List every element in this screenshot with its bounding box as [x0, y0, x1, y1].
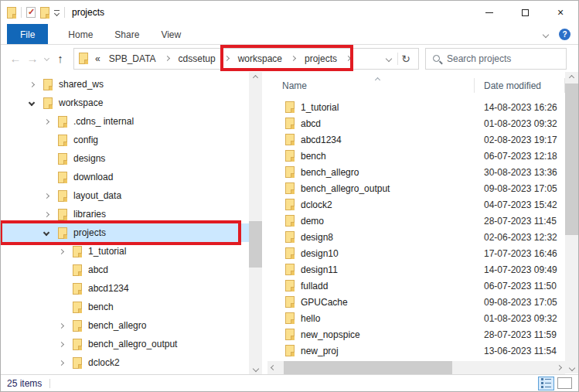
tree-item-projects[interactable]: projects — [1, 223, 249, 242]
horizontal-scrollbar[interactable] — [267, 361, 565, 374]
file-name: abcd1234 — [301, 135, 342, 145]
scroll-right-icon[interactable] — [553, 366, 565, 370]
help-icon[interactable]: ? — [559, 29, 570, 40]
scroll-left-icon[interactable] — [267, 366, 279, 370]
close-button[interactable]: × — [543, 1, 578, 24]
chevron-down-icon[interactable] — [29, 100, 35, 106]
list-scrollbar-thumb[interactable] — [565, 84, 578, 235]
column-separator[interactable] — [474, 78, 475, 93]
breadcrumb-overflow[interactable]: « — [94, 53, 102, 64]
tree-item-label: bench — [88, 302, 114, 312]
tree-item-designs[interactable]: designs — [1, 149, 249, 168]
tree-item-config[interactable]: config — [1, 131, 249, 149]
folder-icon — [43, 97, 53, 109]
customize-qat-dropdown[interactable] — [54, 10, 60, 15]
list-item-abcd1234[interactable]: abcd123402-08-2023 19:17 — [267, 131, 565, 148]
breadcrumb-cdssetup[interactable]: cdssetup — [177, 53, 217, 64]
column-header-name[interactable]: Name — [267, 80, 474, 91]
tree-scrollbar-track[interactable] — [249, 84, 262, 363]
tree-item-layout-data[interactable]: layout_data — [1, 186, 249, 205]
list-item-bench[interactable]: bench06-07-2023 12:18 — [267, 148, 565, 164]
maximize-button[interactable] — [507, 1, 543, 24]
tree-item-shared-ws[interactable]: shared_ws — [1, 75, 249, 94]
breadcrumb-workspace[interactable]: workspace — [237, 53, 284, 64]
address-dropdown-icon[interactable] — [386, 55, 392, 61]
tree-item-cdns-internal[interactable]: .cdns_ internal — [1, 112, 249, 131]
chevron-right-icon[interactable] — [58, 322, 63, 328]
list-scrollbar[interactable] — [565, 72, 578, 373]
address-bar[interactable]: « SPB_DATA cdssetup workspace projects ↻ — [73, 48, 419, 70]
list-item-bench-allegro-output[interactable]: bench_allegro_output09-08-2023 17:05 — [267, 180, 565, 196]
up-icon[interactable]: ↑ — [52, 52, 69, 65]
tab-share[interactable]: Share — [104, 24, 150, 44]
list-scrollbar-track[interactable] — [565, 84, 578, 362]
list-item-design11[interactable]: design1114-07-2023 09:49 — [267, 261, 565, 278]
list-item-hello[interactable]: hello01-08-2023 09:32 — [267, 310, 565, 326]
forward-icon[interactable]: → — [24, 52, 41, 65]
folder-icon[interactable] — [40, 7, 49, 19]
collapse-ribbon-icon[interactable] — [543, 31, 549, 37]
tree-item-bench-allegro-output[interactable]: bench_allegro_output — [1, 335, 249, 353]
recent-locations-dropdown-icon[interactable] — [41, 56, 52, 60]
tab-view[interactable]: View — [150, 24, 192, 44]
list-item-design8[interactable]: design802-06-2023 12:32 — [267, 229, 565, 245]
chevron-right-icon[interactable] — [58, 248, 63, 254]
list-item-design10[interactable]: design1017-07-2023 16:46 — [267, 245, 565, 261]
chevron-right-icon[interactable] — [43, 211, 49, 216]
tree-item-workspace[interactable]: workspace — [1, 94, 249, 112]
column-header-date-modified[interactable]: Date modified — [474, 80, 541, 91]
tree-item-download[interactable]: download — [1, 168, 249, 186]
folder-icon — [285, 166, 295, 178]
chevron-right-icon — [291, 56, 296, 61]
tab-file[interactable]: File — [7, 24, 48, 44]
list-item-dclock2[interactable]: dclock204-07-2023 15:42 — [267, 196, 565, 213]
tree-item-bench[interactable]: bench — [1, 298, 249, 316]
tree-scrollbar-thumb[interactable] — [249, 221, 262, 268]
file-date: 06-07-2023 12:18 — [484, 151, 557, 162]
chevron-right-icon[interactable] — [43, 118, 49, 124]
folder-icon — [58, 172, 67, 183]
list-item-demo[interactable]: demo28-07-2023 11:45 — [267, 213, 565, 229]
list-item-1-tutorial[interactable]: 1_tutorial14-08-2023 16:26 — [267, 99, 565, 115]
search-input[interactable] — [447, 53, 547, 64]
explorer-window: ✓ projects × File Home Share View ? ← → … — [0, 0, 579, 392]
thumbnail-view-button[interactable] — [557, 377, 572, 389]
horizontal-scrollbar-thumb[interactable] — [284, 361, 452, 374]
tree-item-1-tutorial[interactable]: 1_tutorial — [1, 242, 249, 261]
list-item-gpucache[interactable]: GPUCache09-08-2023 17:05 — [267, 294, 565, 310]
tree-item-abcd[interactable]: abcd — [1, 261, 249, 279]
breadcrumb-projects[interactable]: projects — [303, 53, 339, 64]
tree-item-libraries[interactable]: libraries — [1, 205, 249, 223]
breadcrumb-spb-data[interactable]: SPB_DATA — [107, 53, 158, 64]
folder-icon — [58, 209, 67, 220]
list-item-abcd[interactable]: abcd01-08-2023 09:32 — [267, 115, 565, 131]
scroll-up-icon[interactable] — [565, 72, 578, 84]
tab-home[interactable]: Home — [57, 24, 104, 44]
tree-item-dclock2[interactable]: dclock2 — [1, 353, 249, 372]
search-box[interactable] — [425, 48, 567, 70]
horizontal-scrollbar-track[interactable] — [279, 361, 553, 374]
tree-item-abcd1234[interactable]: abcd1234 — [1, 279, 249, 298]
chevron-down-icon[interactable] — [43, 230, 49, 236]
list-item-new-nopspice[interactable]: new_nopspice28-07-2023 11:59 — [267, 326, 565, 343]
scroll-down-icon[interactable] — [249, 363, 262, 374]
chevron-right-icon[interactable] — [58, 360, 63, 365]
tree-scrollbar[interactable] — [249, 72, 262, 374]
details-view-button[interactable] — [538, 377, 554, 390]
file-date: 17-07-2023 16:46 — [484, 248, 557, 259]
check-page-icon[interactable]: ✓ — [26, 7, 36, 18]
list-item-new-proj[interactable]: new_proj13-06-2023 11:54 — [267, 343, 565, 359]
file-date: 28-07-2023 11:59 — [484, 329, 557, 340]
back-icon[interactable]: ← — [7, 52, 24, 65]
chevron-right-icon[interactable] — [29, 81, 34, 87]
tree-item-bench-allegro[interactable]: bench_allegro — [1, 316, 249, 335]
chevron-right-icon[interactable] — [58, 341, 63, 346]
chevron-right-icon[interactable] — [43, 193, 49, 198]
scroll-down-icon[interactable] — [565, 362, 578, 373]
list-item-fulladd[interactable]: fulladd06-07-2023 11:50 — [267, 278, 565, 294]
scroll-up-icon[interactable] — [249, 72, 262, 84]
minimize-button[interactable] — [472, 1, 507, 24]
refresh-icon[interactable]: ↻ — [397, 53, 414, 65]
list-item-bench-allegro[interactable]: bench_allegro30-08-2023 13:36 — [267, 164, 565, 180]
file-date: 02-06-2023 12:32 — [484, 232, 557, 243]
